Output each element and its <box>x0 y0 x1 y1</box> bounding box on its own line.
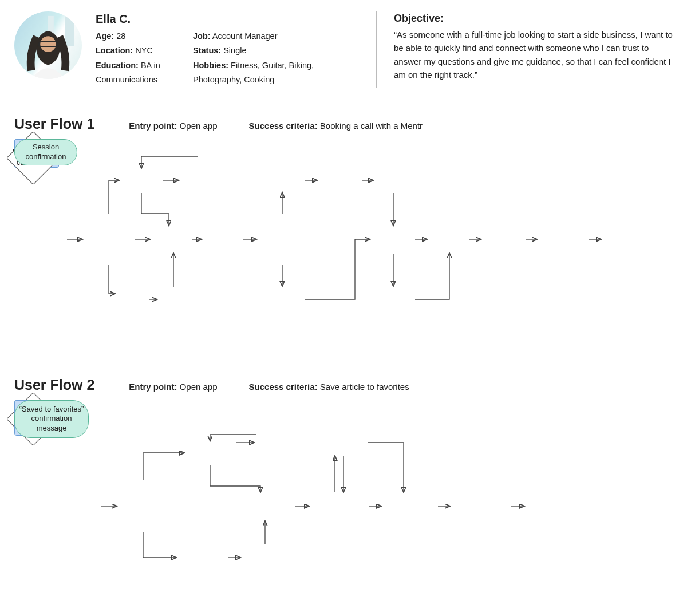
objective-label: Objective: <box>394 13 673 25</box>
flow1-diagram: Open app Log in / Sign up? Log in Forgot… <box>14 139 673 328</box>
persona-name: Ella C. <box>96 13 370 26</box>
flow2-success-value: Save article to favorites <box>320 382 409 392</box>
avatar <box>14 11 82 79</box>
user-flow-2: User Flow 2 Entry point: Open app Succes… <box>14 377 673 583</box>
age-value: 28 <box>116 31 125 41</box>
location-value: NYC <box>135 46 153 55</box>
location-label: Location: <box>96 46 133 55</box>
user-flow-1: User Flow 1 Entry point: Open app Succes… <box>14 116 673 328</box>
flow2-diagram: Open app Log in / Sign up? Log in Forgot… <box>14 400 673 583</box>
education-label: Education: <box>96 61 139 70</box>
flow1-entry-value: Open app <box>180 121 218 131</box>
persona-header: Ella C. Age: 28 Location: NYC Education:… <box>14 11 673 98</box>
flow1-entry-label: Entry point: <box>129 121 177 131</box>
flow1-success-label: Success criteria: <box>249 121 318 131</box>
hobbies-label: Hobbies: <box>193 61 228 70</box>
age-label: Age: <box>96 31 114 41</box>
flow2-entry-value: Open app <box>180 382 218 392</box>
svg-rect-1 <box>65 13 74 46</box>
status-value: Single <box>223 46 246 55</box>
flow2-title: User Flow 2 <box>14 377 94 393</box>
objective-block: Objective: “As someone with a full-time … <box>394 11 673 88</box>
flow1-success-value: Booking a call with a Mentr <box>320 121 423 131</box>
vertical-divider <box>376 11 377 88</box>
job-label: Job: <box>193 31 211 41</box>
flow2-entry-label: Entry point: <box>129 382 177 392</box>
objective-text: “As someone with a full-time job looking… <box>394 28 673 81</box>
svg-point-3 <box>40 36 56 52</box>
node2-confirmation: “Saved to favorites” confirmation messag… <box>14 400 89 438</box>
flow2-success-label: Success criteria: <box>249 382 318 392</box>
job-value: Account Manager <box>212 31 278 41</box>
flow2-arrows <box>14 400 673 583</box>
flow1-arrows <box>14 139 673 328</box>
status-label: Status: <box>193 46 221 55</box>
node-confirmation: Session confirmation <box>14 139 77 165</box>
persona-details: Ella C. Age: 28 Location: NYC Education:… <box>96 11 370 88</box>
flow1-title: User Flow 1 <box>14 116 94 132</box>
